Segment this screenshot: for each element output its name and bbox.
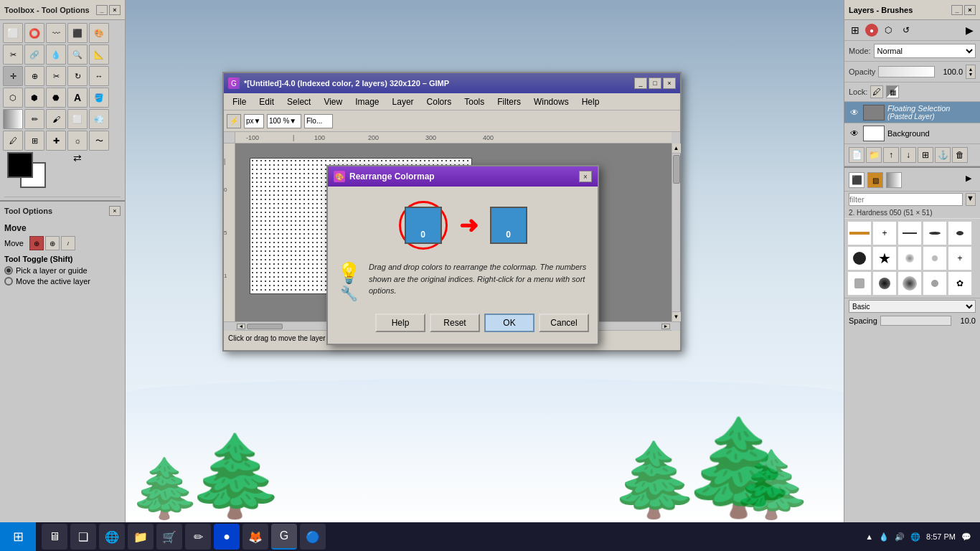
gimp-close-btn[interactable]: × xyxy=(663,77,676,89)
brush-presets-select[interactable]: Basic xyxy=(849,300,976,313)
help-button[interactable]: Help xyxy=(375,314,425,332)
systray-network[interactable]: 🌐 xyxy=(910,532,920,542)
brush-type-2[interactable]: ▧ xyxy=(867,172,883,188)
brush-spacing-slider[interactable] xyxy=(880,316,951,326)
tool-text[interactable]: A xyxy=(67,88,88,108)
delete-layer-btn[interactable]: 🗑 xyxy=(952,147,968,163)
taskbar-files[interactable]: 📁 xyxy=(128,524,154,550)
toolbar-icon-1[interactable]: ⚡ xyxy=(227,114,241,128)
taskbar-store[interactable]: 🛒 xyxy=(156,524,182,550)
brush-item-4[interactable] xyxy=(923,221,947,245)
scroll-up-btn[interactable]: ▲ xyxy=(672,143,681,154)
toolbox-close-btn[interactable]: × xyxy=(109,5,121,15)
unit-select[interactable]: px▼ xyxy=(244,114,264,128)
tool-shear[interactable]: ⬡ xyxy=(3,88,23,108)
taskbar-explorer[interactable]: ❑ xyxy=(70,524,96,550)
layers-tab-icon[interactable]: ⊞ xyxy=(847,22,863,38)
tool-dodge[interactable]: ☼ xyxy=(67,131,88,151)
tool-fuzzy-select[interactable]: ⬛ xyxy=(67,23,88,43)
history-tab-icon[interactable]: ↺ xyxy=(898,22,914,38)
brush-type-1[interactable]: ⬛ xyxy=(849,172,864,188)
menu-edit[interactable]: Edit xyxy=(253,95,280,108)
menu-select[interactable]: Select xyxy=(281,95,316,108)
layers-minimize-btn[interactable]: _ xyxy=(951,5,963,15)
tool-ellipse-select[interactable]: ⭕ xyxy=(24,23,44,43)
brush-filter-clear[interactable]: ▼ xyxy=(966,193,976,206)
taskbar-firefox[interactable]: 🦊 xyxy=(242,524,268,550)
taskbar-clock[interactable]: 8:57 PM xyxy=(926,532,956,541)
mode-select[interactable]: Normal xyxy=(874,44,976,58)
tool-options-close-btn[interactable]: × xyxy=(109,206,121,216)
layer-eye-1[interactable]: 👁 xyxy=(849,107,860,118)
tool-align[interactable]: ⊕ xyxy=(24,66,44,86)
anchor-layer-btn[interactable]: ⚓ xyxy=(935,147,951,163)
brush-item-2[interactable]: + xyxy=(872,221,897,245)
menu-view[interactable]: View xyxy=(318,95,348,108)
taskbar-gimp-active[interactable]: G xyxy=(271,524,297,550)
menu-tools[interactable]: Tools xyxy=(458,95,490,108)
brush-item-8[interactable] xyxy=(897,246,922,270)
color-swatch-1[interactable]: 0 xyxy=(405,207,442,244)
brush-item-14[interactable] xyxy=(923,271,947,296)
lower-layer-btn[interactable]: ↓ xyxy=(900,147,916,163)
tool-paintbrush[interactable]: 🖌 xyxy=(46,109,66,129)
brush-item-5[interactable] xyxy=(948,221,972,245)
menu-image[interactable]: Image xyxy=(349,95,385,108)
lock-alpha-btn[interactable]: ▦ xyxy=(886,85,899,98)
tool-eraser[interactable]: ⬜ xyxy=(67,109,88,129)
tool-color-pick[interactable]: 💧 xyxy=(46,44,66,65)
paths-tab-icon[interactable]: ⬡ xyxy=(880,22,896,38)
layer-eye-2[interactable]: 👁 xyxy=(849,128,860,139)
menu-help[interactable]: Help xyxy=(576,95,606,108)
systray-expand[interactable]: ▲ xyxy=(865,532,873,541)
tool-flip[interactable]: ⬣ xyxy=(46,88,66,108)
brush-item-10[interactable]: + xyxy=(948,246,972,270)
fg-color-box[interactable] xyxy=(7,152,33,178)
tool-airbrush[interactable]: 💨 xyxy=(89,109,109,129)
brush-item-9[interactable] xyxy=(923,246,947,270)
dialog-close-btn[interactable]: × xyxy=(579,171,592,182)
systray-dropbox[interactable]: 💧 xyxy=(879,532,889,542)
layer-floating-selection[interactable]: 👁 Floating Selection (Pasted Layer) xyxy=(844,102,980,123)
color-swatch-2[interactable]: 0 xyxy=(490,207,527,244)
move-icon1[interactable]: ⊕ xyxy=(29,236,44,250)
notification-icon[interactable]: 💬 xyxy=(961,532,971,542)
tool-by-color[interactable]: 🎨 xyxy=(89,23,109,43)
menu-file[interactable]: File xyxy=(227,95,252,108)
brushes-menu-icon[interactable]: ▶ xyxy=(966,174,976,187)
brush-item-6[interactable] xyxy=(847,246,872,270)
menu-colors[interactable]: Colors xyxy=(421,95,458,108)
menu-layer[interactable]: Layer xyxy=(387,95,420,108)
tool-clone[interactable]: ⊞ xyxy=(24,131,44,151)
scroll-right-btn[interactable]: ► xyxy=(661,324,670,329)
gimp-minimize-btn[interactable]: _ xyxy=(634,77,647,89)
systray-volume[interactable]: 🔊 xyxy=(895,532,905,542)
tool-measure[interactable]: 📐 xyxy=(89,44,109,65)
brush-item-11[interactable] xyxy=(847,271,872,296)
tool-zoom[interactable]: 🔍 xyxy=(67,44,88,65)
taskbar-blue-app[interactable]: ● xyxy=(214,524,240,550)
brush-item-1[interactable] xyxy=(847,221,872,245)
tool-bucket[interactable]: 🪣 xyxy=(89,88,109,108)
brush-item-15[interactable]: ✿ xyxy=(948,271,972,296)
opacity-slider[interactable] xyxy=(878,66,935,77)
tool-iscissors[interactable]: ✂ xyxy=(3,44,23,65)
radio-row-1[interactable]: Pick a layer or guide xyxy=(4,266,121,275)
move-icon3[interactable]: / xyxy=(61,236,75,250)
opacity-spinner[interactable]: ▲▼ xyxy=(966,65,976,79)
taskbar-chrome[interactable]: 🌐 xyxy=(99,524,125,550)
raise-layer-btn[interactable]: ↑ xyxy=(883,147,899,163)
menu-windows[interactable]: Windows xyxy=(528,95,575,108)
channels-tab-icon[interactable]: ● xyxy=(865,24,878,37)
tool-rotate[interactable]: ↻ xyxy=(67,66,88,86)
cancel-button[interactable]: Cancel xyxy=(539,314,589,332)
v-scrollbar[interactable]: ▲ ▼ xyxy=(672,143,680,321)
scroll-left-btn[interactable]: ◄ xyxy=(237,324,245,329)
move-icon2[interactable]: ⊕ xyxy=(45,236,60,250)
brush-type-3[interactable] xyxy=(886,172,902,188)
tool-ink[interactable]: 🖊 xyxy=(3,131,23,151)
taskbar-editor[interactable]: ✏ xyxy=(185,524,211,550)
color-swap-icon[interactable]: ⇄ xyxy=(73,152,82,164)
reset-button[interactable]: Reset xyxy=(430,314,480,332)
scroll-thumb-h[interactable] xyxy=(247,324,283,329)
